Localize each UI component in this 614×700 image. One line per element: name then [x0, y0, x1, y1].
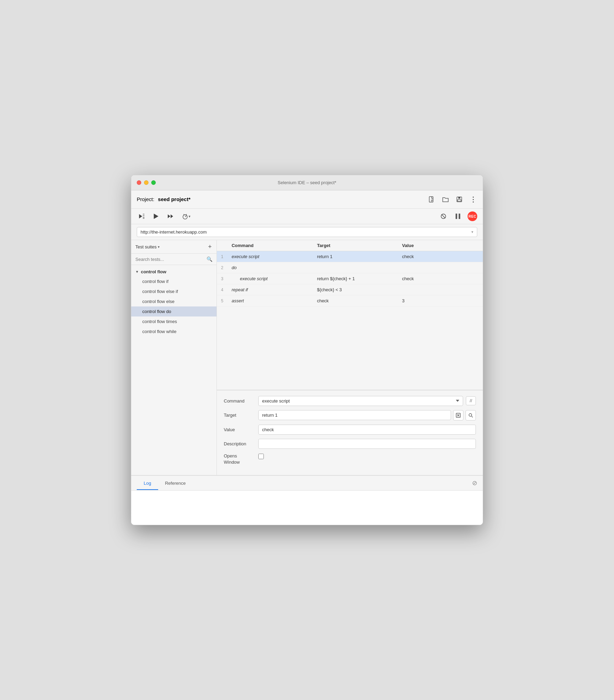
test-suites-label: Test suites — [135, 244, 156, 249]
sidebar-item-control-flow-else[interactable]: control flow else — [131, 296, 217, 306]
svg-rect-2 — [458, 197, 460, 199]
pause-button[interactable] — [453, 211, 463, 221]
table-row[interactable]: 2do — [217, 262, 483, 273]
record-button[interactable]: REC — [468, 211, 477, 221]
command-table: Command Target Value 1execute scriptretu… — [217, 240, 483, 390]
title-bar: Selenium IDE – seed project* — [131, 175, 483, 190]
value-input[interactable] — [258, 425, 476, 435]
app-header: Project: seed project* — [131, 190, 483, 209]
minimize-button[interactable] — [144, 180, 148, 185]
col-header-num — [217, 240, 228, 251]
svg-line-14 — [183, 214, 184, 215]
table-row[interactable]: 4repeat if${check} < 3 — [217, 284, 483, 295]
toolbar-left: ▾ — [137, 211, 192, 221]
close-button[interactable] — [137, 180, 141, 185]
tree-parent-control-flow[interactable]: ▼ control flow — [131, 267, 217, 276]
row-target: return ${check} + 1 — [313, 273, 398, 284]
sidebar-tree: ▼ control flow control flow if control f… — [131, 265, 217, 475]
description-input[interactable] — [258, 439, 476, 449]
svg-line-22 — [472, 416, 473, 417]
project-name: seed project* — [158, 196, 190, 202]
tree-expand-arrow: ▼ — [135, 270, 139, 274]
row-command: repeat if — [228, 284, 313, 295]
svg-marker-4 — [139, 214, 142, 219]
row-target: return 1 — [313, 251, 398, 262]
clear-log-button[interactable]: ⊘ — [472, 479, 477, 487]
run-test-button[interactable] — [151, 211, 161, 221]
clear-icon: ⊘ — [472, 480, 477, 486]
sidebar-item-control-flow-if[interactable]: control flow if — [131, 276, 217, 286]
row-target — [313, 262, 398, 273]
header-actions: ⋮ — [428, 195, 477, 204]
toolbar-right: REC — [439, 211, 477, 221]
search-bar: 🔍 — [131, 254, 217, 265]
svg-rect-18 — [455, 214, 457, 219]
row-value: 3 — [398, 295, 483, 306]
tab-log[interactable]: Log — [137, 477, 158, 490]
svg-line-13 — [185, 216, 186, 217]
target-input-group — [258, 410, 476, 420]
step-over-button[interactable] — [166, 211, 175, 221]
opens-window-checkbox[interactable] — [258, 454, 264, 459]
toolbar: ▾ REC — [131, 209, 483, 224]
disable-breakpoints-button[interactable] — [439, 211, 448, 221]
svg-line-15 — [186, 214, 187, 215]
content-area: Command Target Value 1execute scriptretu… — [217, 240, 483, 475]
row-target: ${check} < 3 — [313, 284, 398, 295]
project-title: Project: seed project* — [137, 196, 191, 202]
row-number: 5 — [217, 295, 228, 306]
url-bar-container: http://the-internet.herokuapp.com ▾ — [131, 224, 483, 240]
sidebar-item-control-flow-else-if[interactable]: control flow else if — [131, 286, 217, 296]
command-select[interactable]: execute script — [258, 396, 463, 406]
test-suites-arrow: ▾ — [158, 245, 160, 249]
tab-reference[interactable]: Reference — [158, 477, 193, 490]
find-target-button[interactable] — [466, 410, 476, 420]
table-row[interactable]: 1execute scriptreturn 1check — [217, 251, 483, 262]
open-project-button[interactable] — [441, 195, 450, 204]
target-input[interactable] — [258, 410, 451, 420]
sidebar-item-control-flow-times[interactable]: control flow times — [131, 316, 217, 327]
col-header-command: Command — [228, 240, 313, 251]
command-row: Command execute script // — [224, 396, 476, 406]
svg-point-21 — [469, 414, 472, 416]
run-all-tests-button[interactable] — [137, 211, 146, 221]
value-row: Value — [224, 425, 476, 435]
row-number: 1 — [217, 251, 228, 262]
row-target: check — [313, 295, 398, 306]
table-row[interactable]: 5assertcheck3 — [217, 295, 483, 306]
speed-button[interactable]: ▾ — [180, 211, 192, 221]
url-bar[interactable]: http://the-internet.herokuapp.com ▾ — [137, 227, 477, 237]
sidebar-item-control-flow-do[interactable]: control flow do — [131, 306, 217, 316]
add-test-button[interactable]: + — [207, 244, 212, 250]
table-row[interactable]: 3execute scriptreturn ${check} + 1check — [217, 273, 483, 284]
svg-rect-19 — [459, 214, 460, 219]
select-target-button[interactable] — [453, 410, 463, 420]
col-header-target: Target — [313, 240, 398, 251]
tree-parent-label: control flow — [141, 269, 166, 274]
target-row: Target — [224, 410, 476, 420]
svg-marker-11 — [171, 215, 173, 218]
svg-marker-10 — [168, 215, 170, 218]
more-icon: ⋮ — [470, 195, 477, 204]
more-options-button[interactable]: ⋮ — [469, 195, 477, 204]
opens-window-label: Opens Window — [224, 453, 255, 465]
fullscreen-button[interactable] — [151, 180, 156, 185]
url-value: http://the-internet.herokuapp.com — [141, 229, 207, 235]
command-dropdown: execute script // — [258, 396, 476, 406]
search-input[interactable] — [135, 257, 204, 262]
app-window: Selenium IDE – seed project* Project: se… — [131, 175, 483, 525]
url-dropdown-arrow[interactable]: ▾ — [471, 230, 473, 234]
save-project-button[interactable] — [455, 195, 463, 204]
log-area — [131, 490, 483, 525]
bottom-tabs: Log Reference ⊘ — [131, 475, 483, 490]
new-file-button[interactable] — [428, 195, 436, 204]
command-panel: Command execute script // Target — [217, 390, 483, 475]
value-label: Value — [224, 427, 255, 432]
command-label: Command — [224, 398, 255, 404]
comment-button[interactable]: // — [466, 396, 476, 405]
sidebar-item-control-flow-while[interactable]: control flow while — [131, 327, 217, 337]
row-value — [398, 284, 483, 295]
row-number: 3 — [217, 273, 228, 284]
opens-window-row: Opens Window — [224, 453, 476, 465]
test-suites-dropdown[interactable]: Test suites ▾ — [135, 244, 160, 249]
